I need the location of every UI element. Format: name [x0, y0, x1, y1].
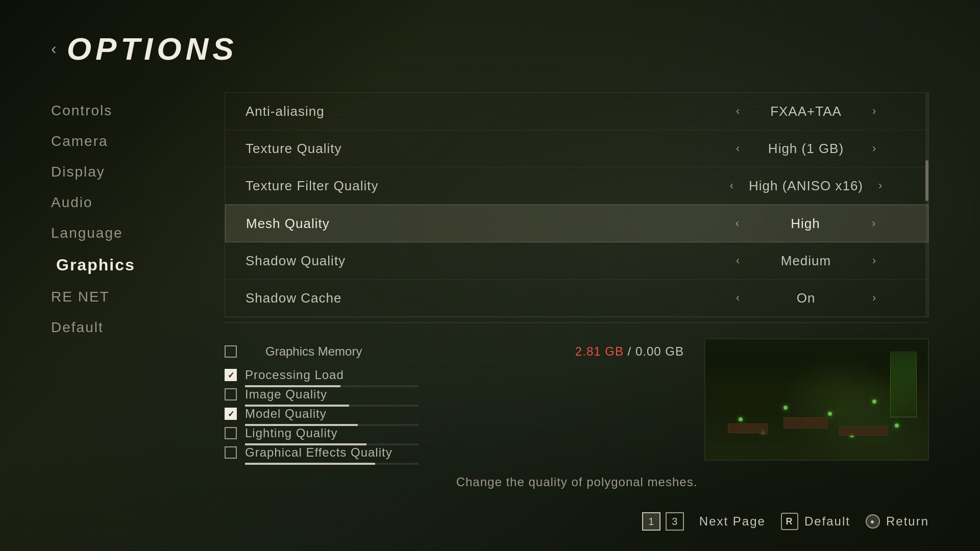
setting-control-shadow-cache: ‹On›	[704, 289, 908, 307]
indicator-rows: Processing LoadImage QualityModel Qualit…	[225, 368, 684, 465]
arrow-left-shadow-cache[interactable]: ‹	[731, 289, 745, 307]
setting-row-shadow-cache[interactable]: Shadow Cache‹On›	[225, 280, 928, 317]
graphics-memory-total: 0.00 GB	[635, 344, 684, 358]
setting-value-texture-filter-quality: High (ANISO x16)	[749, 178, 863, 194]
setting-value-shadow-cache: On	[755, 290, 857, 306]
checkbox-label-row-graphical-effects-quality: Graphical Effects Quality	[225, 445, 684, 460]
arrow-left-texture-filter-quality[interactable]: ‹	[725, 177, 739, 195]
setting-value-texture-quality: High (1 GB)	[755, 141, 857, 157]
checkbox-label-processing-load: Processing Load	[245, 368, 344, 382]
preview-table-2	[783, 417, 828, 428]
checkboxes-area: Graphics Memory 2.81 GB / 0.00 GB Proces…	[225, 338, 684, 465]
return-label: Return	[886, 514, 929, 529]
next-page-label: Next Page	[699, 514, 766, 529]
arrow-right-texture-quality[interactable]: ›	[867, 139, 881, 158]
arrow-right-shadow-quality[interactable]: ›	[867, 252, 881, 270]
arrow-right-mesh-quality[interactable]: ›	[867, 214, 880, 233]
setting-control-texture-quality: ‹High (1 GB)›	[704, 139, 908, 158]
sidebar-item-camera[interactable]: Camera	[51, 128, 204, 155]
preview-light-4	[872, 399, 876, 404]
arrow-left-anti-aliasing[interactable]: ‹	[731, 102, 745, 120]
description-bar: Change the quality of polygonal meshes.	[225, 475, 929, 489]
back-arrow-icon[interactable]: ‹	[51, 39, 57, 58]
checkbox-label-row-image-quality: Image Quality	[225, 387, 684, 402]
setting-name-shadow-quality: Shadow Quality	[246, 253, 704, 269]
graphics-memory-sep: /	[628, 344, 635, 358]
progress-bar-fill-graphical-effects-quality	[245, 463, 375, 465]
progress-bar-container-model-quality	[245, 424, 419, 426]
setting-value-anti-aliasing: FXAA+TAA	[755, 104, 857, 119]
description-text: Change the quality of polygonal meshes.	[456, 475, 698, 489]
checkbox-row-model-quality: Model Quality	[225, 407, 684, 426]
main-content: ControlsCameraDisplayAudioLanguageGraphi…	[51, 92, 929, 497]
arrow-right-shadow-cache[interactable]: ›	[867, 289, 881, 307]
setting-row-shadow-quality[interactable]: Shadow Quality‹Medium›	[225, 242, 928, 280]
page-num-3[interactable]: 3	[666, 512, 684, 531]
bottom-bar: 1 3 Next Page R Default ● Return	[51, 507, 929, 531]
progress-bar-container-graphical-effects-quality	[245, 463, 419, 465]
arrow-left-mesh-quality[interactable]: ‹	[730, 214, 744, 233]
arrow-right-texture-filter-quality[interactable]: ›	[873, 177, 887, 195]
arrow-right-anti-aliasing[interactable]: ›	[867, 102, 881, 120]
default-button[interactable]: R Default	[781, 513, 850, 530]
checkbox-processing-load[interactable]	[225, 369, 237, 381]
checkbox-label-image-quality: Image Quality	[245, 387, 327, 402]
checkbox-row-graphical-effects-quality: Graphical Effects Quality	[225, 445, 684, 465]
lower-section: Graphics Memory 2.81 GB / 0.00 GB Proces…	[225, 338, 929, 465]
progress-bar-fill-processing-load	[245, 385, 340, 387]
checkbox-graphical-effects-quality[interactable]	[225, 446, 237, 459]
scrollbar-thumb[interactable]	[925, 160, 928, 201]
setting-row-texture-filter-quality[interactable]: Texture Filter Quality‹High (ANISO x16)›	[225, 167, 928, 205]
setting-row-mesh-quality[interactable]: Mesh Quality‹High›	[225, 205, 928, 242]
controller-icon: ●	[866, 514, 880, 529]
graphics-memory-used: 2.81 GB	[575, 344, 624, 358]
sidebar-item-default[interactable]: Default	[51, 314, 204, 341]
graphics-memory-row: Graphics Memory 2.81 GB / 0.00 GB	[225, 338, 684, 365]
progress-bar-container-lighting-quality	[245, 443, 419, 445]
sidebar-item-audio[interactable]: Audio	[51, 189, 204, 216]
sidebar-item-language[interactable]: Language	[51, 220, 204, 246]
page-indicator: 1 3	[642, 512, 684, 531]
arrow-left-shadow-quality[interactable]: ‹	[731, 252, 745, 270]
setting-name-texture-quality: Texture Quality	[246, 141, 704, 157]
progress-bar-container-processing-load	[245, 385, 419, 387]
sidebar-item-display[interactable]: Display	[51, 159, 204, 185]
progress-bar-fill-image-quality	[245, 405, 349, 407]
checkbox-row-processing-load: Processing Load	[225, 368, 684, 387]
return-button[interactable]: ● Return	[866, 514, 929, 529]
setting-control-mesh-quality: ‹High›	[703, 214, 908, 233]
preview-light-3	[828, 412, 832, 416]
checkbox-model-quality[interactable]	[225, 408, 237, 420]
settings-panel: Anti-aliasing‹FXAA+TAA›Texture Quality‹H…	[225, 92, 929, 497]
setting-row-texture-quality[interactable]: Texture Quality‹High (1 GB)›	[225, 130, 928, 167]
setting-name-anti-aliasing: Anti-aliasing	[246, 104, 704, 119]
checkbox-label-lighting-quality: Lighting Quality	[245, 426, 337, 440]
checkbox-label-graphical-effects-quality: Graphical Effects Quality	[245, 445, 393, 460]
setting-value-mesh-quality: High	[754, 216, 856, 232]
checkbox-label-row-lighting-quality: Lighting Quality	[225, 426, 684, 440]
progress-bar-container-image-quality	[245, 405, 419, 407]
preview-ceiling	[705, 339, 928, 375]
page-title: OPTIONS	[67, 31, 238, 67]
page-num-1[interactable]: 1	[642, 512, 660, 531]
preview-table-1	[728, 423, 768, 433]
checkbox-row-lighting-quality: Lighting Quality	[225, 426, 684, 445]
scrollbar-track[interactable]	[925, 93, 928, 317]
sidebar: ControlsCameraDisplayAudioLanguageGraphi…	[51, 92, 204, 497]
progress-bar-fill-model-quality	[245, 424, 358, 426]
sidebar-item-controls[interactable]: Controls	[51, 97, 204, 124]
checkbox-image-quality[interactable]	[225, 388, 237, 400]
sidebar-item-re-net[interactable]: RE NET	[51, 284, 204, 310]
checkbox-label-model-quality: Model Quality	[245, 407, 327, 421]
setting-row-anti-aliasing[interactable]: Anti-aliasing‹FXAA+TAA›	[225, 93, 928, 130]
setting-name-texture-filter-quality: Texture Filter Quality	[246, 178, 704, 194]
sidebar-item-graphics[interactable]: Graphics	[51, 251, 204, 280]
setting-control-anti-aliasing: ‹FXAA+TAA›	[704, 102, 908, 120]
preview-area	[704, 338, 929, 461]
checkbox-lighting-quality[interactable]	[225, 427, 237, 439]
default-key-icon: R	[781, 513, 798, 530]
arrow-left-texture-quality[interactable]: ‹	[731, 139, 745, 158]
preview-light-5	[895, 423, 899, 428]
next-page-button[interactable]: Next Page	[699, 514, 766, 529]
graphics-memory-checkbox[interactable]	[225, 345, 237, 358]
